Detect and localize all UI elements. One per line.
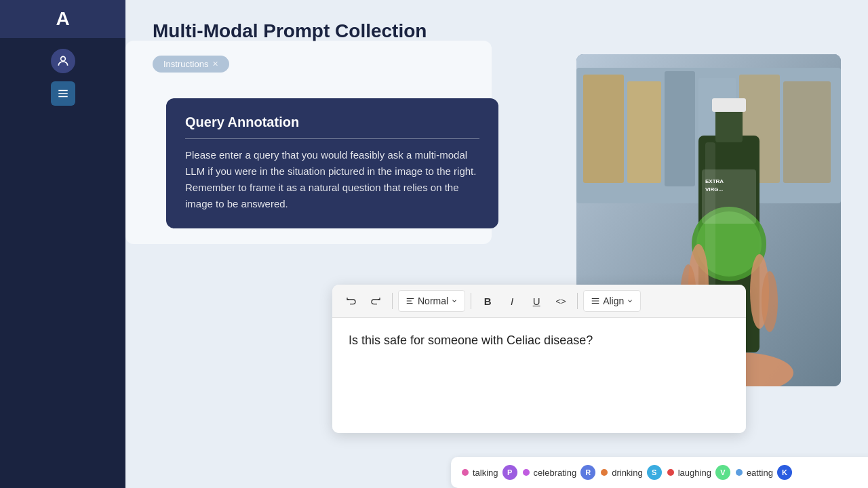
tag-label: talking [473, 468, 498, 478]
tag-label: celebrating [534, 468, 577, 478]
tag-dot [601, 469, 608, 476]
query-annotation-tooltip: Query Annotation Please enter a query th… [166, 98, 498, 228]
svg-rect-12 [783, 81, 831, 183]
code-button[interactable]: <> [550, 290, 572, 312]
tooltip-body: Please enter a query that you would feas… [185, 147, 479, 212]
tag-label: laughing [678, 468, 711, 478]
tag-item[interactable]: laughingV [667, 465, 730, 480]
tag-badge: P [502, 465, 517, 480]
tag-badge: S [647, 465, 662, 480]
tag-badge: R [580, 465, 595, 480]
page-title: Multi-Modal Prompt Collection [153, 20, 841, 42]
divider-3 [577, 293, 578, 309]
menu-icon[interactable] [51, 81, 75, 106]
tag-item[interactable]: celebratingR [523, 465, 596, 480]
format-label: Normal [418, 296, 448, 306]
align-dropdown[interactable]: Align [583, 290, 641, 312]
editor-panel: Normal B I U <> [332, 285, 746, 433]
tag-dot [462, 469, 469, 476]
sidebar: A [0, 0, 125, 488]
svg-point-0 [60, 56, 65, 61]
tag-label: eatting [747, 468, 773, 478]
svg-rect-15 [715, 108, 743, 142]
divider-1 [392, 293, 393, 309]
undo-button[interactable] [340, 290, 362, 312]
tag-item[interactable]: talkingP [462, 465, 517, 480]
editor-content[interactable]: Is this safe for someone with Celiac dis… [332, 318, 746, 433]
italic-button[interactable]: I [501, 290, 523, 312]
tooltip-title: Query Annotation [185, 115, 479, 139]
svg-rect-7 [583, 75, 624, 183]
logo-letter: A [56, 8, 69, 30]
sidebar-logo: A [0, 0, 125, 38]
tag-item[interactable]: drinkingS [601, 465, 662, 480]
tag-dot [523, 469, 530, 476]
svg-rect-9 [665, 71, 695, 186]
tag-item[interactable]: eattingK [736, 465, 792, 480]
format-dropdown[interactable]: Normal [398, 290, 465, 312]
tag-label: drinking [612, 468, 643, 478]
svg-point-26 [762, 271, 778, 332]
divider-2 [471, 293, 471, 309]
tags-row: talkingPcelebratingRdrinkingSlaughingVea… [451, 457, 868, 488]
tag-badge: V [715, 465, 730, 480]
user-icon[interactable] [51, 49, 75, 73]
redo-button[interactable] [365, 290, 387, 312]
tag-dot [736, 469, 743, 476]
main-content: Multi-Modal Prompt Collection Instructio… [125, 0, 868, 488]
tag-badge: K [777, 465, 792, 480]
align-label: Align [603, 296, 624, 306]
bold-button[interactable]: B [477, 290, 498, 312]
editor-toolbar: Normal B I U <> [332, 285, 746, 318]
svg-rect-16 [712, 98, 746, 112]
svg-rect-8 [627, 81, 661, 183]
tag-dot [667, 469, 674, 476]
underline-button[interactable]: U [526, 290, 547, 312]
